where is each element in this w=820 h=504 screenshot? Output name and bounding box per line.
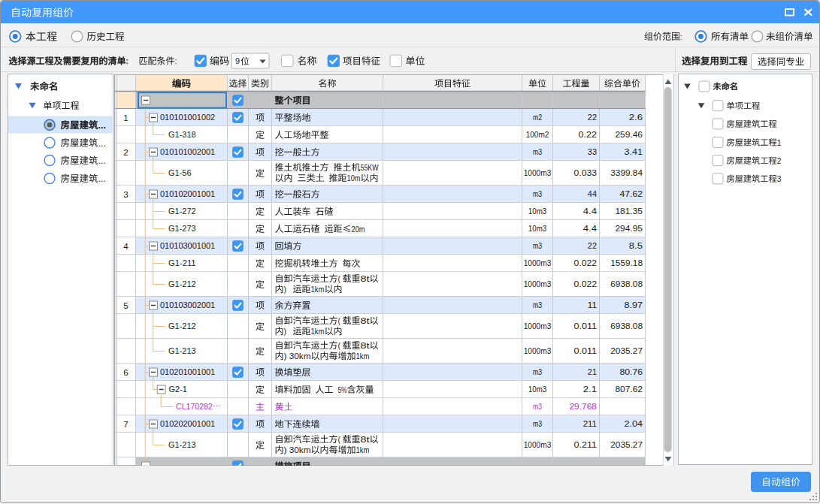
svg-text:m3: m3 <box>533 300 542 309</box>
svg-text:259.46: 259.46 <box>615 130 643 139</box>
svg-text::: : <box>680 33 682 41</box>
svg-text:CL170282: CL170282 <box>176 402 213 411</box>
svg-text:m3: m3 <box>533 147 542 156</box>
svg-text:m3: m3 <box>533 419 542 428</box>
svg-text:1000m3: 1000m3 <box>524 346 552 355</box>
svg-text:20m: 20m <box>352 225 365 234</box>
svg-text:0.011: 0.011 <box>574 346 598 355</box>
svg-text:...: ... <box>98 120 106 131</box>
svg-text:···: ··· <box>213 401 221 410</box>
svg-text:8t: 8t <box>361 275 370 283</box>
svg-text:G1-212: G1-212 <box>168 279 196 288</box>
svg-text:1000m3: 1000m3 <box>524 168 552 177</box>
svg-text:0.022: 0.022 <box>574 258 598 267</box>
svg-text:9: 9 <box>235 56 240 65</box>
svg-text:3.41: 3.41 <box>625 147 643 156</box>
svg-text:2035.27: 2035.27 <box>610 440 643 449</box>
svg-text:G1-318: G1-318 <box>168 130 196 139</box>
svg-text:010201001001: 010201001001 <box>160 367 215 376</box>
svg-text:...: ... <box>98 155 106 166</box>
svg-text:1: 1 <box>123 113 128 122</box>
svg-text:44: 44 <box>588 189 597 198</box>
svg-text:010102001001: 010102001001 <box>160 189 215 198</box>
svg-text:3: 3 <box>777 175 782 183</box>
svg-text:211: 211 <box>583 419 597 428</box>
svg-text:6: 6 <box>123 368 128 377</box>
svg-text:10m3: 10m3 <box>528 207 546 216</box>
svg-text:) 30km: ) 30km <box>284 352 311 361</box>
svg-text:): ) <box>284 285 286 294</box>
svg-text:11: 11 <box>588 300 597 309</box>
svg-text:3399.84: 3399.84 <box>610 168 643 177</box>
svg-text:22: 22 <box>588 113 597 122</box>
svg-text:5: 5 <box>123 301 128 310</box>
svg-text:80.76: 80.76 <box>620 367 643 376</box>
svg-text:010103002001: 010103002001 <box>160 300 215 309</box>
svg-text:) 30km: ) 30km <box>284 446 311 454</box>
svg-text:21: 21 <box>588 367 597 376</box>
svg-text:0.22: 0.22 <box>579 130 597 139</box>
svg-text:1000m3: 1000m3 <box>524 279 552 288</box>
svg-text:8.97: 8.97 <box>625 300 643 309</box>
svg-text:4: 4 <box>123 242 128 251</box>
svg-text:1559.18: 1559.18 <box>610 258 643 267</box>
svg-text:2: 2 <box>123 148 128 157</box>
svg-text:807.62: 807.62 <box>615 385 643 394</box>
svg-text:G1-273: G1-273 <box>168 224 196 233</box>
svg-text:6938.08: 6938.08 <box>610 279 643 288</box>
svg-text:G1-213: G1-213 <box>168 440 196 449</box>
svg-text:2.04: 2.04 <box>625 419 643 428</box>
svg-text:294.95: 294.95 <box>615 224 643 233</box>
svg-text:1000m3: 1000m3 <box>524 258 552 267</box>
svg-text:m3: m3 <box>533 367 542 376</box>
svg-text:1000m3: 1000m3 <box>524 440 552 449</box>
svg-text:4.4: 4.4 <box>583 224 597 233</box>
svg-text:7: 7 <box>123 420 128 429</box>
svg-text:100m2: 100m2 <box>526 130 549 139</box>
svg-text:0.211: 0.211 <box>574 440 598 449</box>
svg-text:2: 2 <box>777 157 782 165</box>
svg-text:010202001001: 010202001001 <box>160 419 215 428</box>
svg-text:55KW: 55KW <box>361 164 379 172</box>
svg-text:G1-272: G1-272 <box>168 207 196 216</box>
svg-text:m3: m3 <box>533 189 542 198</box>
svg-text:22: 22 <box>588 241 597 250</box>
svg-text:8t: 8t <box>361 342 370 350</box>
svg-text:8.5: 8.5 <box>629 241 643 250</box>
svg-text:m3: m3 <box>533 402 542 411</box>
svg-text::: : <box>126 57 129 65</box>
svg-text:G1-211: G1-211 <box>168 258 196 267</box>
svg-text:5%: 5% <box>338 386 347 394</box>
svg-text:m2: m2 <box>533 113 542 122</box>
svg-text:10m3: 10m3 <box>528 385 546 394</box>
svg-text:2.6: 2.6 <box>629 113 643 122</box>
svg-text:6938.08: 6938.08 <box>610 321 643 330</box>
svg-text:1000m3: 1000m3 <box>524 321 552 330</box>
svg-text:4.4: 4.4 <box>583 207 597 216</box>
svg-text:0.022: 0.022 <box>574 279 598 288</box>
svg-text:0.033: 0.033 <box>574 168 598 177</box>
svg-text:...: ... <box>98 138 106 149</box>
svg-text:2035.27: 2035.27 <box>610 346 643 355</box>
svg-text:3: 3 <box>123 190 128 199</box>
svg-text:181.35: 181.35 <box>615 207 643 216</box>
svg-text:G2-1: G2-1 <box>169 385 187 394</box>
svg-text:29.768: 29.768 <box>569 402 597 411</box>
svg-text:...: ... <box>98 174 106 184</box>
svg-text:1km: 1km <box>356 352 370 361</box>
svg-text::: : <box>175 57 177 65</box>
svg-text:G1-213: G1-213 <box>168 346 196 355</box>
svg-text:8t: 8t <box>361 436 370 444</box>
svg-text:G1-56: G1-56 <box>168 168 192 177</box>
svg-text:0.011: 0.011 <box>574 321 598 330</box>
svg-text:010101002001: 010101002001 <box>160 147 215 156</box>
svg-text:1: 1 <box>777 139 782 147</box>
svg-text:010101001002: 010101001002 <box>160 113 215 122</box>
svg-text:10m3: 10m3 <box>528 224 546 233</box>
svg-text:10m: 10m <box>347 174 361 183</box>
svg-text:1km: 1km <box>356 446 370 454</box>
svg-text:1km: 1km <box>311 327 325 336</box>
svg-text:2.1: 2.1 <box>583 385 597 394</box>
svg-text:1km: 1km <box>311 285 325 294</box>
svg-text:): ) <box>284 327 286 336</box>
